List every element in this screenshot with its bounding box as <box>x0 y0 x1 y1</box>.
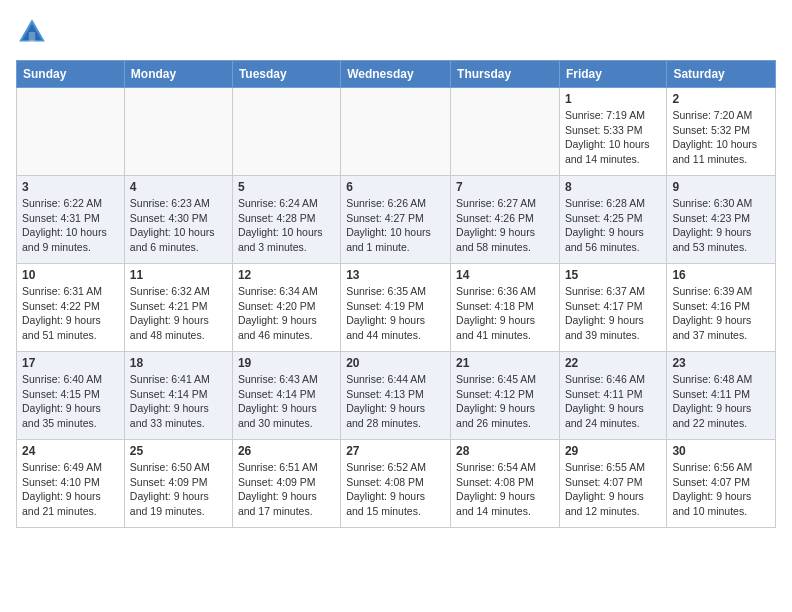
day-detail: Sunrise: 6:55 AMSunset: 4:07 PMDaylight:… <box>565 460 661 519</box>
header <box>16 16 776 48</box>
day-number: 20 <box>346 356 445 370</box>
days-of-week-row: SundayMondayTuesdayWednesdayThursdayFrid… <box>17 61 776 88</box>
day-detail: Sunrise: 6:45 AMSunset: 4:12 PMDaylight:… <box>456 372 554 431</box>
logo-icon <box>16 16 48 48</box>
day-detail: Sunrise: 6:43 AMSunset: 4:14 PMDaylight:… <box>238 372 335 431</box>
day-header-friday: Friday <box>559 61 666 88</box>
day-detail: Sunrise: 6:56 AMSunset: 4:07 PMDaylight:… <box>672 460 770 519</box>
day-cell <box>17 88 125 176</box>
day-cell: 19Sunrise: 6:43 AMSunset: 4:14 PMDayligh… <box>232 352 340 440</box>
day-cell: 24Sunrise: 6:49 AMSunset: 4:10 PMDayligh… <box>17 440 125 528</box>
day-number: 8 <box>565 180 661 194</box>
day-cell <box>451 88 560 176</box>
week-row-3: 17Sunrise: 6:40 AMSunset: 4:15 PMDayligh… <box>17 352 776 440</box>
day-number: 22 <box>565 356 661 370</box>
day-number: 26 <box>238 444 335 458</box>
day-detail: Sunrise: 6:22 AMSunset: 4:31 PMDaylight:… <box>22 196 119 255</box>
logo <box>16 16 52 48</box>
day-cell: 30Sunrise: 6:56 AMSunset: 4:07 PMDayligh… <box>667 440 776 528</box>
day-detail: Sunrise: 7:20 AMSunset: 5:32 PMDaylight:… <box>672 108 770 167</box>
calendar-body: 1Sunrise: 7:19 AMSunset: 5:33 PMDaylight… <box>17 88 776 528</box>
day-detail: Sunrise: 6:51 AMSunset: 4:09 PMDaylight:… <box>238 460 335 519</box>
day-detail: Sunrise: 6:41 AMSunset: 4:14 PMDaylight:… <box>130 372 227 431</box>
calendar-header: SundayMondayTuesdayWednesdayThursdayFrid… <box>17 61 776 88</box>
day-detail: Sunrise: 6:46 AMSunset: 4:11 PMDaylight:… <box>565 372 661 431</box>
day-cell <box>124 88 232 176</box>
day-detail: Sunrise: 6:37 AMSunset: 4:17 PMDaylight:… <box>565 284 661 343</box>
day-number: 11 <box>130 268 227 282</box>
day-cell: 1Sunrise: 7:19 AMSunset: 5:33 PMDaylight… <box>559 88 666 176</box>
day-detail: Sunrise: 6:31 AMSunset: 4:22 PMDaylight:… <box>22 284 119 343</box>
day-number: 5 <box>238 180 335 194</box>
day-header-thursday: Thursday <box>451 61 560 88</box>
day-number: 27 <box>346 444 445 458</box>
day-cell: 18Sunrise: 6:41 AMSunset: 4:14 PMDayligh… <box>124 352 232 440</box>
day-cell: 3Sunrise: 6:22 AMSunset: 4:31 PMDaylight… <box>17 176 125 264</box>
day-detail: Sunrise: 6:52 AMSunset: 4:08 PMDaylight:… <box>346 460 445 519</box>
day-number: 10 <box>22 268 119 282</box>
calendar: SundayMondayTuesdayWednesdayThursdayFrid… <box>16 60 776 528</box>
day-detail: Sunrise: 7:19 AMSunset: 5:33 PMDaylight:… <box>565 108 661 167</box>
day-cell: 26Sunrise: 6:51 AMSunset: 4:09 PMDayligh… <box>232 440 340 528</box>
day-detail: Sunrise: 6:26 AMSunset: 4:27 PMDaylight:… <box>346 196 445 255</box>
day-header-wednesday: Wednesday <box>341 61 451 88</box>
day-detail: Sunrise: 6:32 AMSunset: 4:21 PMDaylight:… <box>130 284 227 343</box>
day-cell: 5Sunrise: 6:24 AMSunset: 4:28 PMDaylight… <box>232 176 340 264</box>
day-cell: 23Sunrise: 6:48 AMSunset: 4:11 PMDayligh… <box>667 352 776 440</box>
day-cell: 25Sunrise: 6:50 AMSunset: 4:09 PMDayligh… <box>124 440 232 528</box>
svg-rect-2 <box>29 32 35 42</box>
day-cell: 13Sunrise: 6:35 AMSunset: 4:19 PMDayligh… <box>341 264 451 352</box>
day-cell <box>341 88 451 176</box>
day-detail: Sunrise: 6:27 AMSunset: 4:26 PMDaylight:… <box>456 196 554 255</box>
week-row-0: 1Sunrise: 7:19 AMSunset: 5:33 PMDaylight… <box>17 88 776 176</box>
day-number: 7 <box>456 180 554 194</box>
week-row-4: 24Sunrise: 6:49 AMSunset: 4:10 PMDayligh… <box>17 440 776 528</box>
day-cell: 12Sunrise: 6:34 AMSunset: 4:20 PMDayligh… <box>232 264 340 352</box>
day-cell <box>232 88 340 176</box>
day-detail: Sunrise: 6:39 AMSunset: 4:16 PMDaylight:… <box>672 284 770 343</box>
day-header-monday: Monday <box>124 61 232 88</box>
day-header-saturday: Saturday <box>667 61 776 88</box>
day-detail: Sunrise: 6:40 AMSunset: 4:15 PMDaylight:… <box>22 372 119 431</box>
day-detail: Sunrise: 6:24 AMSunset: 4:28 PMDaylight:… <box>238 196 335 255</box>
day-cell: 14Sunrise: 6:36 AMSunset: 4:18 PMDayligh… <box>451 264 560 352</box>
day-cell: 4Sunrise: 6:23 AMSunset: 4:30 PMDaylight… <box>124 176 232 264</box>
day-cell: 29Sunrise: 6:55 AMSunset: 4:07 PMDayligh… <box>559 440 666 528</box>
day-number: 16 <box>672 268 770 282</box>
day-number: 9 <box>672 180 770 194</box>
day-number: 12 <box>238 268 335 282</box>
day-number: 21 <box>456 356 554 370</box>
day-cell: 8Sunrise: 6:28 AMSunset: 4:25 PMDaylight… <box>559 176 666 264</box>
day-number: 18 <box>130 356 227 370</box>
day-detail: Sunrise: 6:44 AMSunset: 4:13 PMDaylight:… <box>346 372 445 431</box>
day-cell: 10Sunrise: 6:31 AMSunset: 4:22 PMDayligh… <box>17 264 125 352</box>
day-number: 14 <box>456 268 554 282</box>
day-detail: Sunrise: 6:36 AMSunset: 4:18 PMDaylight:… <box>456 284 554 343</box>
day-number: 2 <box>672 92 770 106</box>
day-cell: 17Sunrise: 6:40 AMSunset: 4:15 PMDayligh… <box>17 352 125 440</box>
day-detail: Sunrise: 6:50 AMSunset: 4:09 PMDaylight:… <box>130 460 227 519</box>
day-header-sunday: Sunday <box>17 61 125 88</box>
day-number: 25 <box>130 444 227 458</box>
day-cell: 21Sunrise: 6:45 AMSunset: 4:12 PMDayligh… <box>451 352 560 440</box>
day-number: 13 <box>346 268 445 282</box>
day-cell: 16Sunrise: 6:39 AMSunset: 4:16 PMDayligh… <box>667 264 776 352</box>
day-number: 29 <box>565 444 661 458</box>
day-cell: 6Sunrise: 6:26 AMSunset: 4:27 PMDaylight… <box>341 176 451 264</box>
week-row-1: 3Sunrise: 6:22 AMSunset: 4:31 PMDaylight… <box>17 176 776 264</box>
day-detail: Sunrise: 6:54 AMSunset: 4:08 PMDaylight:… <box>456 460 554 519</box>
day-detail: Sunrise: 6:34 AMSunset: 4:20 PMDaylight:… <box>238 284 335 343</box>
day-cell: 7Sunrise: 6:27 AMSunset: 4:26 PMDaylight… <box>451 176 560 264</box>
day-cell: 2Sunrise: 7:20 AMSunset: 5:32 PMDaylight… <box>667 88 776 176</box>
day-cell: 28Sunrise: 6:54 AMSunset: 4:08 PMDayligh… <box>451 440 560 528</box>
day-number: 30 <box>672 444 770 458</box>
day-number: 17 <box>22 356 119 370</box>
day-detail: Sunrise: 6:48 AMSunset: 4:11 PMDaylight:… <box>672 372 770 431</box>
day-detail: Sunrise: 6:35 AMSunset: 4:19 PMDaylight:… <box>346 284 445 343</box>
day-cell: 22Sunrise: 6:46 AMSunset: 4:11 PMDayligh… <box>559 352 666 440</box>
day-header-tuesday: Tuesday <box>232 61 340 88</box>
day-cell: 27Sunrise: 6:52 AMSunset: 4:08 PMDayligh… <box>341 440 451 528</box>
day-detail: Sunrise: 6:23 AMSunset: 4:30 PMDaylight:… <box>130 196 227 255</box>
day-number: 3 <box>22 180 119 194</box>
day-number: 19 <box>238 356 335 370</box>
